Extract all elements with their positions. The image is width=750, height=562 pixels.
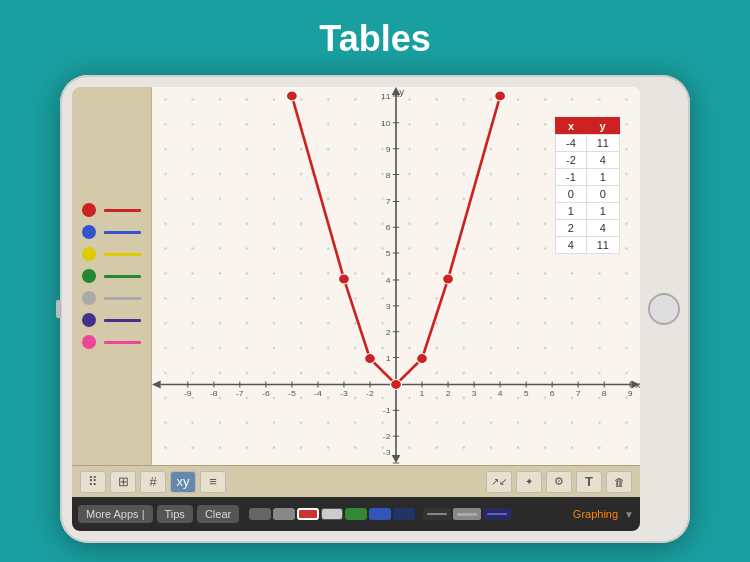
svg-point-75: [365, 354, 376, 364]
svg-point-79: [495, 91, 506, 101]
svg-text:6: 6: [386, 223, 391, 233]
graph-area[interactable]: x y -9 -8 -7 -6 -5: [152, 87, 640, 465]
table-header-y: y: [586, 118, 619, 135]
grid-icon-btn[interactable]: ⠿: [80, 471, 106, 493]
svg-text:9: 9: [386, 144, 391, 154]
table-icon-btn[interactable]: ⊞: [110, 471, 136, 493]
color-row-gray[interactable]: [82, 291, 141, 305]
gray-line: [104, 297, 141, 300]
color-sidebar: [72, 87, 152, 465]
red-line: [104, 209, 141, 212]
table-row[interactable]: -24: [555, 152, 619, 169]
green-dot: [82, 269, 96, 283]
yellow-line: [104, 253, 141, 256]
app-content: x y -9 -8 -7 -6 -5: [72, 87, 640, 465]
color-row-red[interactable]: [82, 203, 141, 217]
svg-text:4: 4: [498, 389, 503, 399]
svg-text:7: 7: [386, 197, 391, 207]
red-dot: [82, 203, 96, 217]
svg-text:2: 2: [386, 327, 391, 337]
color-pill-white[interactable]: [321, 508, 343, 520]
svg-text:-3: -3: [340, 389, 348, 399]
color-pill-green[interactable]: [345, 508, 367, 520]
resize-icon-btn[interactable]: ↗↙: [486, 471, 512, 493]
stats-icon-btn[interactable]: ≡: [200, 471, 226, 493]
table-row[interactable]: 00: [555, 186, 619, 203]
calc-icon-btn[interactable]: #: [140, 471, 166, 493]
green-line: [104, 275, 141, 278]
color-row-yellow[interactable]: [82, 247, 141, 261]
toolbar-icons-bar: ⠿ ⊞ # xy ≡ ↗↙ ✦ ⚙ T 🗑: [72, 465, 640, 497]
svg-point-73: [286, 91, 297, 101]
color-row-blue[interactable]: [82, 225, 141, 239]
purple-dot: [82, 313, 96, 327]
blue-dot: [82, 225, 96, 239]
svg-text:6: 6: [550, 389, 555, 399]
pink-line: [104, 341, 141, 344]
delete-icon-btn[interactable]: 🗑: [606, 471, 632, 493]
svg-text:10: 10: [381, 118, 391, 128]
table-row[interactable]: -411: [555, 135, 619, 152]
svg-text:-2: -2: [383, 431, 391, 441]
yellow-dot: [82, 247, 96, 261]
svg-point-76: [391, 379, 402, 389]
dropdown-arrow-icon[interactable]: ▼: [624, 509, 634, 520]
table-row[interactable]: 411: [555, 237, 619, 254]
color-pill-gray2[interactable]: [273, 508, 295, 520]
svg-text:2: 2: [446, 389, 451, 399]
color-pill-blue[interactable]: [369, 508, 391, 520]
svg-text:-8: -8: [210, 389, 218, 399]
svg-text:8: 8: [602, 389, 607, 399]
svg-text:3: 3: [472, 389, 477, 399]
bottom-bar: More Apps | Tips Clear: [72, 497, 640, 531]
ipad-frame: x y -9 -8 -7 -6 -5: [60, 75, 690, 543]
color-pill-gray1[interactable]: [249, 508, 271, 520]
style-selector: [423, 508, 511, 520]
svg-text:4: 4: [386, 275, 391, 285]
color-row-pink[interactable]: [82, 335, 141, 349]
table-row[interactable]: 11: [555, 203, 619, 220]
color-pill-red[interactable]: [297, 508, 319, 520]
pink-dot: [82, 335, 96, 349]
xy-table-icon-btn[interactable]: xy: [170, 471, 196, 493]
svg-text:5: 5: [524, 389, 529, 399]
blue-line: [104, 231, 141, 234]
gray-dot: [82, 291, 96, 305]
text-icon-btn[interactable]: T: [576, 471, 602, 493]
ipad-side-button: [56, 300, 61, 318]
color-row-green[interactable]: [82, 269, 141, 283]
tips-button[interactable]: Tips: [157, 505, 193, 523]
svg-text:-4: -4: [314, 389, 322, 399]
settings-icon-btn[interactable]: ⚙: [546, 471, 572, 493]
svg-point-74: [339, 274, 350, 284]
svg-text:-9: -9: [184, 389, 192, 399]
page-title: Tables: [0, 0, 750, 70]
table-header-x: x: [555, 118, 586, 135]
svg-text:8: 8: [386, 170, 391, 180]
svg-point-78: [443, 274, 454, 284]
svg-text:-1: -1: [383, 406, 391, 416]
more-apps-button[interactable]: More Apps |: [78, 505, 153, 523]
style-btn-2[interactable]: [453, 508, 481, 520]
data-table[interactable]: x y -411 -24 -11 00 11 24 411: [555, 117, 620, 254]
svg-text:y: y: [399, 87, 404, 97]
style-btn-1[interactable]: [423, 508, 451, 520]
svg-text:-6: -6: [262, 389, 270, 399]
ipad-home-button[interactable]: [648, 293, 680, 325]
svg-text:1: 1: [420, 389, 425, 399]
clear-button[interactable]: Clear: [197, 505, 239, 523]
purple-line: [104, 319, 141, 322]
table-row[interactable]: 24: [555, 220, 619, 237]
svg-text:-5: -5: [288, 389, 296, 399]
svg-text:-3: -3: [383, 447, 391, 457]
color-selector: [249, 508, 415, 520]
move-icon-btn[interactable]: ✦: [516, 471, 542, 493]
table-row[interactable]: -11: [555, 169, 619, 186]
color-row-purple[interactable]: [82, 313, 141, 327]
svg-text:-2: -2: [366, 389, 374, 399]
svg-text:1: 1: [386, 353, 391, 363]
style-btn-3[interactable]: [483, 508, 511, 520]
ipad-screen: x y -9 -8 -7 -6 -5: [72, 87, 640, 531]
color-pill-navy[interactable]: [393, 508, 415, 520]
svg-text:9: 9: [628, 389, 633, 399]
